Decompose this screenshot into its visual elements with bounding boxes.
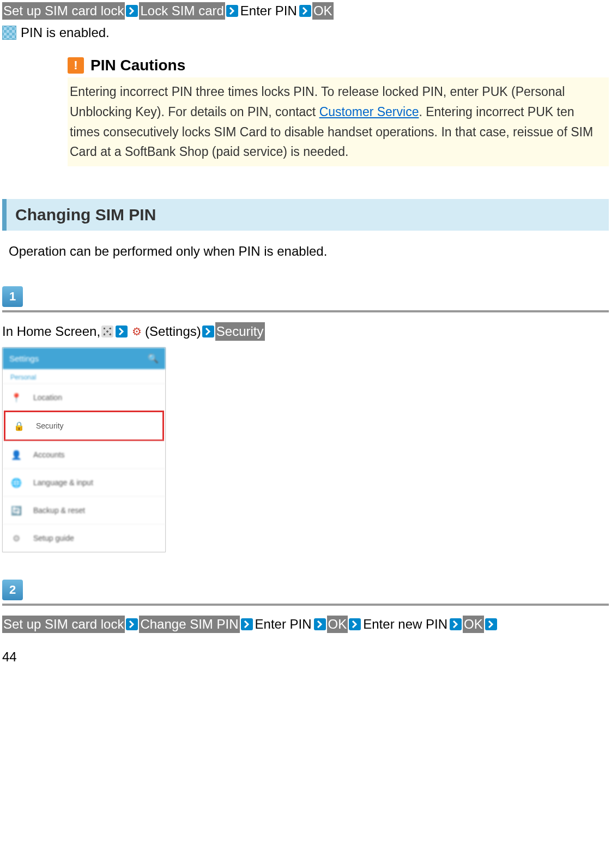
list-item-label: Setup guide: [33, 534, 74, 542]
list-item-icon: 🔄: [10, 504, 22, 516]
breadcrumb-item: Lock SIM card: [139, 2, 225, 20]
arrow-icon: [116, 326, 128, 337]
step1-prefix: In Home Screen,: [2, 322, 100, 341]
settings-list-item: 📍Location: [3, 383, 165, 411]
section-header: Changing SIM PIN: [2, 199, 609, 231]
arrow-icon: [314, 618, 326, 630]
settings-screenshot: Settings 🔍 Personal 📍Location🔒Security👤A…: [2, 347, 166, 552]
arrow-icon: [485, 618, 497, 630]
list-item-icon: 👤: [10, 449, 22, 461]
breadcrumb-item: Change SIM PIN: [139, 616, 239, 633]
section-note: Operation can be performed only when PIN…: [2, 244, 609, 259]
caution-body: Entering incorrect PIN three times locks…: [68, 77, 609, 166]
result-text: PIN is enabled.: [21, 25, 110, 40]
list-item-label: Backup & reset: [33, 506, 85, 515]
arrow-icon: [126, 5, 138, 17]
step1-content: In Home Screen, ⚙ (Settings) Security: [2, 322, 609, 341]
step1-settings-label: (Settings): [145, 322, 201, 341]
arrow-icon: [241, 618, 253, 630]
settings-list-item: 🌐Language & input: [3, 468, 165, 496]
settings-list-item: ⚙Setup guide: [3, 524, 165, 552]
ss-section-label: Personal: [3, 369, 165, 383]
list-item-icon: 🔒: [13, 420, 25, 432]
customer-service-link[interactable]: Customer Service: [319, 105, 419, 119]
list-item-icon: 📍: [10, 391, 22, 403]
page-number: 44: [2, 649, 609, 665]
arrow-icon: [299, 5, 311, 17]
arrow-icon: [202, 326, 214, 337]
breadcrumb-item: Enter PIN: [254, 616, 313, 633]
caution-title: PIN Cautions: [90, 57, 185, 74]
list-item-label: Security: [36, 421, 64, 430]
list-item-icon: ⚙: [10, 532, 22, 544]
step2-breadcrumb: Set up SIM card lockChange SIM PINEnter …: [2, 616, 609, 633]
search-icon: 🔍: [148, 353, 159, 364]
check-icon: [2, 26, 16, 40]
settings-list-item: 👤Accounts: [3, 441, 165, 468]
arrow-icon: [226, 5, 238, 17]
breadcrumb-item: Set up SIM card lock: [2, 616, 125, 633]
breadcrumb-item: OK: [312, 2, 334, 20]
step-divider: [2, 310, 609, 312]
list-item-icon: 🌐: [10, 477, 22, 489]
settings-list-item: 🔒Security: [4, 411, 164, 441]
breadcrumb-item: Set up SIM card lock: [2, 2, 125, 20]
settings-gear-icon: ⚙: [131, 326, 143, 337]
breadcrumb-item: OK: [327, 616, 348, 633]
arrow-icon: [450, 618, 462, 630]
list-item-label: Language & input: [33, 478, 93, 487]
ss-header: Settings 🔍: [3, 348, 165, 369]
top-breadcrumb: Set up SIM card lockLock SIM cardEnter P…: [2, 2, 609, 20]
step-badge-1: 1: [2, 286, 23, 307]
caution-box: ! PIN Cautions Entering incorrect PIN th…: [68, 57, 609, 166]
security-label: Security: [215, 322, 265, 341]
step-badge-2: 2: [2, 580, 23, 600]
caution-header: ! PIN Cautions: [68, 57, 609, 74]
arrow-icon: [349, 618, 361, 630]
result-line: PIN is enabled.: [2, 25, 609, 40]
breadcrumb-item: OK: [463, 616, 484, 633]
apps-grid-icon: [101, 326, 113, 337]
warning-icon: !: [68, 57, 84, 74]
breadcrumb-item: Enter new PIN: [362, 616, 449, 633]
list-item-label: Accounts: [33, 450, 65, 459]
step-divider: [2, 604, 609, 606]
breadcrumb-item: Enter PIN: [239, 2, 298, 20]
ss-title: Settings: [9, 354, 39, 363]
list-item-label: Location: [33, 393, 62, 402]
settings-list-item: 🔄Backup & reset: [3, 496, 165, 524]
arrow-icon: [126, 618, 138, 630]
